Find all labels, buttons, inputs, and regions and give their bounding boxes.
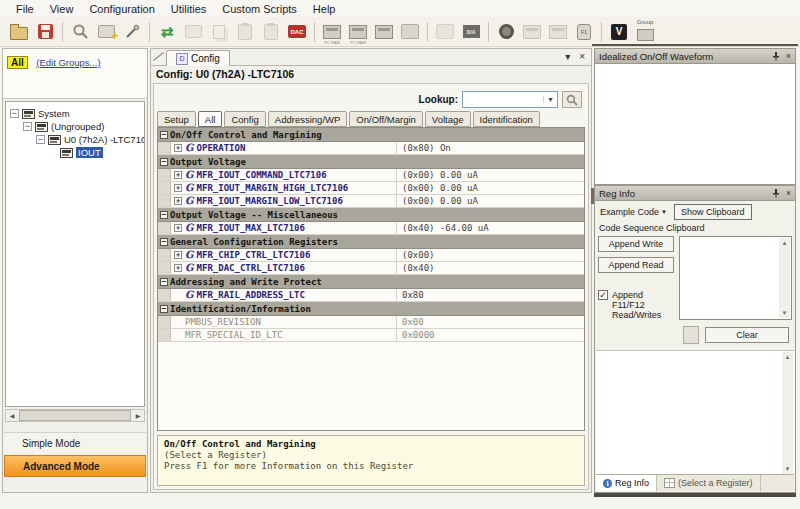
da-converter-icon[interactable]: D/A xyxy=(458,19,484,45)
register-row-mfr-iout-margin-low-ltc7106[interactable]: +GMFR_IOUT_MARGIN_LOW_LTC7106(0x00) 0.00… xyxy=(158,195,584,208)
config-document-tab[interactable]: D Config xyxy=(166,50,230,66)
expand-register-icon[interactable]: + xyxy=(174,264,182,272)
expand-register-icon[interactable]: + xyxy=(174,171,182,179)
wizard-icon[interactable] xyxy=(119,19,145,45)
collapse-icon[interactable]: − xyxy=(36,135,45,144)
dac-icon[interactable]: DAC xyxy=(284,19,310,45)
menu-configuration[interactable]: Configuration xyxy=(81,2,162,16)
expand-register-icon[interactable]: + xyxy=(174,197,182,205)
register-row-mfr-rail-address-ltc[interactable]: GMFR_RAIL_ADDRESS_LTC0x80 xyxy=(158,289,584,302)
add-comment-icon[interactable]: + xyxy=(93,19,119,45)
tree-node-u0-7h2a-ltc7106[interactable]: −U0 (7h2A) -LTC7106 xyxy=(6,133,144,146)
edit-groups-link[interactable]: (Edit Groups...) xyxy=(36,57,100,68)
register-row-mfr-dac-ctrl-ltc7106[interactable]: +GMFR_DAC_CTRL_LTC7106(0x40) xyxy=(158,262,584,275)
close-icon[interactable]: × xyxy=(786,51,791,61)
advanced-mode-button[interactable]: Advanced Mode xyxy=(4,455,146,477)
search-icon[interactable] xyxy=(67,19,93,45)
dock-menu-icon[interactable]: ▾ xyxy=(565,51,570,62)
section-header-general-configuration-registers[interactable]: −General Configuration Registers xyxy=(158,235,584,249)
expand-register-icon[interactable]: + xyxy=(174,144,182,152)
copy-icon[interactable] xyxy=(206,19,232,45)
menu-help[interactable]: Help xyxy=(305,2,344,16)
scroll-down-icon[interactable]: ▼ xyxy=(782,308,788,318)
append-write-button[interactable]: Append Write xyxy=(598,236,674,252)
textarea-scrollbar[interactable]: ▲ ▼ xyxy=(779,238,790,318)
scroll-down-icon[interactable]: ▼ xyxy=(785,464,791,474)
tab-config[interactable]: Config xyxy=(224,111,265,127)
paste-icon[interactable] xyxy=(232,19,258,45)
collapse-icon[interactable]: − xyxy=(23,122,32,131)
ram-a-icon[interactable] xyxy=(519,19,545,45)
tree-horizontal-scrollbar[interactable]: ◀ ▶ xyxy=(5,409,145,422)
tab-setup[interactable]: Setup xyxy=(157,111,196,127)
section-header-output-voltage[interactable]: −Output Voltage xyxy=(158,155,584,169)
code-sequence-textarea[interactable]: ▲ ▼ xyxy=(679,236,792,320)
menu-file[interactable]: File xyxy=(8,2,42,16)
menu-view[interactable]: View xyxy=(42,2,82,16)
collapse-icon[interactable]: − xyxy=(10,109,19,118)
help-f1-icon[interactable]: F1 xyxy=(571,19,597,45)
register-row-pmbus-revision[interactable]: PMBUS_REVISION0x00 xyxy=(158,316,584,329)
section-header-addressing-and-write-protect[interactable]: −Addressing and Write Protect xyxy=(158,275,584,289)
collapse-section-icon[interactable]: − xyxy=(160,238,168,246)
close-icon[interactable]: × xyxy=(786,188,791,198)
all-group-badge[interactable]: All xyxy=(7,56,28,69)
code-view-scrollbar[interactable]: ▲ ▼ xyxy=(782,352,793,474)
tree-node-iout[interactable]: IOUT xyxy=(6,146,144,159)
close-document-icon[interactable]: × xyxy=(579,51,585,62)
disabled-small-button[interactable] xyxy=(683,326,699,344)
combo-dropdown-icon[interactable]: ▼ xyxy=(543,96,557,103)
ram-write-all-icon[interactable] xyxy=(371,19,397,45)
clear-button[interactable]: Clear xyxy=(705,327,789,343)
tab-all[interactable]: All xyxy=(198,111,223,127)
tree-node-ungrouped[interactable]: −(Ungrouped) xyxy=(6,120,144,133)
ram-b-icon[interactable] xyxy=(545,19,571,45)
dock-tab-reg-info[interactable]: iReg Info xyxy=(596,475,657,491)
register-row-mfr-iout-max-ltc7106[interactable]: +GMFR_IOUT_MAX_LTC7106(0x40) -64.00 uA xyxy=(158,222,584,235)
write-pc-to-ram-icon[interactable]: PC RAM xyxy=(319,19,345,45)
comment-icon[interactable] xyxy=(180,19,206,45)
tree-node-system[interactable]: −System xyxy=(6,107,144,120)
expand-register-icon[interactable]: + xyxy=(174,184,182,192)
simple-mode-button[interactable]: Simple Mode xyxy=(4,432,146,454)
append-read-button[interactable]: Append Read xyxy=(598,257,674,273)
scroll-right-icon[interactable]: ▶ xyxy=(132,412,144,419)
scroll-left-icon[interactable]: ◀ xyxy=(6,412,18,419)
paste-special-icon[interactable] xyxy=(258,19,284,45)
verify-icon[interactable]: V xyxy=(606,19,632,45)
section-header-identification-information[interactable]: −Identification/Information xyxy=(158,302,584,316)
tab-on-off-margin[interactable]: On/Off/Margin xyxy=(349,111,423,127)
section-header-output-voltage-miscellaneous[interactable]: −Output Voltage -- Miscellaneous xyxy=(158,208,584,222)
expand-register-icon[interactable]: + xyxy=(174,224,182,232)
tab-voltage[interactable]: Voltage xyxy=(425,111,471,127)
show-clipboard-button[interactable]: Show Clipboard xyxy=(674,204,752,220)
register-row-mfr-iout-margin-high-ltc7106[interactable]: +GMFR_IOUT_MARGIN_HIGH_LTC7106(0x00) 0.0… xyxy=(158,182,584,195)
register-row-operation[interactable]: +GOPERATION(0x80) On xyxy=(158,142,584,155)
example-code-dropdown[interactable]: Example Code ▼ xyxy=(598,206,669,218)
collapse-section-icon[interactable]: − xyxy=(160,278,168,286)
pin-icon[interactable] xyxy=(772,51,780,61)
group-icon[interactable]: Group xyxy=(632,19,658,45)
register-row-mfr-chip-ctrl-ltc7106[interactable]: +GMFR_CHIP_CTRL_LTC7106(0x00) xyxy=(158,249,584,262)
register-row-mfr-special-id-ltc[interactable]: MFR_SPECIAL_ID_LTC0x0000 xyxy=(158,329,584,342)
collapse-section-icon[interactable]: − xyxy=(160,211,168,219)
collapse-section-icon[interactable]: − xyxy=(160,305,168,313)
expand-register-icon[interactable]: + xyxy=(174,251,182,259)
lookup-combobox[interactable]: ▼ xyxy=(462,91,558,108)
append-f11-f12-checkbox[interactable]: ✓ xyxy=(598,290,608,300)
sync-refresh-icon[interactable]: ⇄ xyxy=(154,19,180,45)
menu-utilities[interactable]: Utilities xyxy=(163,2,214,16)
dock-tab-select-a-register[interactable]: (Select a Register) xyxy=(657,475,761,491)
osd-scope-icon[interactable] xyxy=(493,19,519,45)
example-code-view[interactable]: ▲ ▼ xyxy=(596,350,794,475)
open-file-icon[interactable] xyxy=(6,19,32,45)
register-row-mfr-iout-command-ltc7106[interactable]: +GMFR_IOUT_COMMAND_LTC7106(0x00) 0.00 uA xyxy=(158,169,584,182)
collapse-section-icon[interactable]: − xyxy=(160,158,168,166)
collapse-section-icon[interactable]: − xyxy=(160,131,168,139)
tab-addressing-wp[interactable]: Addressing/WP xyxy=(268,111,347,127)
tab-identification[interactable]: Identification xyxy=(473,111,540,127)
scroll-up-icon[interactable]: ▲ xyxy=(785,352,791,362)
scrollbar-thumb[interactable] xyxy=(19,410,131,421)
status-box-icon[interactable] xyxy=(397,19,423,45)
section-header-on-off-control-and-margining[interactable]: −On/Off Control and Margining xyxy=(158,128,584,142)
